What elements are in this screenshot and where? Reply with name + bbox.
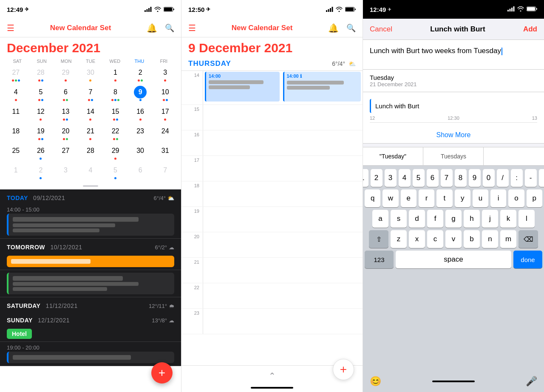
cal-day-3-3[interactable]: 21: [78, 124, 103, 144]
menu-icon-p2[interactable]: ☰: [188, 23, 196, 33]
key-f[interactable]: f: [427, 210, 443, 228]
key-1[interactable]: 1: [363, 169, 368, 187]
delete-key[interactable]: ⌫: [518, 230, 538, 248]
cal-day-4-2[interactable]: 27: [53, 144, 78, 163]
cal-day-2-0[interactable]: 11: [3, 104, 28, 124]
suggestion-item-3[interactable]: [484, 147, 544, 165]
cal-day-0-1[interactable]: 28: [28, 65, 54, 85]
cal-day-4-4[interactable]: 29: [103, 144, 128, 163]
key-l[interactable]: l: [518, 210, 535, 228]
show-more-button[interactable]: Show More: [363, 127, 544, 144]
event-block-1[interactable]: 14:00: [205, 72, 280, 102]
add-event-fab-p2[interactable]: +: [333, 359, 354, 380]
cal-day-4-1[interactable]: 26: [28, 144, 54, 163]
cal-day-4-0[interactable]: 25: [3, 144, 28, 163]
cal-day-4-5[interactable]: 30: [128, 144, 153, 163]
key-c[interactable]: c: [427, 230, 443, 248]
key-j[interactable]: j: [482, 210, 498, 228]
cal-day-0-5[interactable]: 2: [128, 65, 153, 85]
suggestion-item-2[interactable]: Tuesdays: [424, 147, 484, 165]
search-icon-p2[interactable]: 🔍: [346, 23, 356, 33]
key-h[interactable]: h: [464, 210, 480, 228]
shift-key[interactable]: ⇧: [369, 230, 388, 248]
key-e[interactable]: e: [401, 189, 416, 207]
cal-day-3-5[interactable]: 23: [128, 124, 153, 144]
cal-day-0-4[interactable]: 1: [103, 65, 128, 85]
cal-day-4-6[interactable]: 31: [153, 144, 178, 163]
cal-day-5-3[interactable]: 4: [78, 163, 103, 183]
cal-day-2-1[interactable]: 12: [28, 104, 54, 124]
pull-handle[interactable]: [0, 183, 181, 189]
cal-day-1-4[interactable]: 8: [103, 85, 128, 104]
cal-day-5-0[interactable]: 1: [3, 163, 28, 183]
suggestion-item-1[interactable]: "Tuesday": [363, 147, 423, 165]
key-s[interactable]: s: [391, 210, 407, 228]
key-dash[interactable]: -: [525, 169, 537, 187]
key-2[interactable]: 2: [371, 169, 382, 187]
key-i[interactable]: i: [490, 189, 506, 207]
key-o[interactable]: o: [508, 189, 524, 207]
cal-day-5-1[interactable]: 2: [28, 163, 54, 183]
key-m[interactable]: m: [500, 230, 516, 248]
emoji-icon[interactable]: 😊: [370, 376, 381, 387]
add-button[interactable]: Add: [523, 25, 537, 34]
key-3[interactable]: 3: [385, 169, 397, 187]
cal-day-0-2[interactable]: 29: [53, 65, 78, 85]
cal-day-3-6[interactable]: 24: [153, 124, 178, 144]
day-timeline[interactable]: 14 14:00 14:00 ℹ 15: [181, 71, 363, 365]
key-z[interactable]: z: [391, 230, 407, 248]
key-u[interactable]: u: [473, 189, 488, 207]
key-t[interactable]: t: [436, 189, 452, 207]
agenda-event-2[interactable]: [0, 253, 181, 270]
key-n[interactable]: n: [482, 230, 498, 248]
agenda-event-hotel[interactable]: Hotel: [0, 326, 181, 342]
key-p[interactable]: p: [527, 189, 542, 207]
cal-day-2-5[interactable]: 16: [128, 104, 153, 124]
key-w[interactable]: w: [382, 189, 398, 207]
cancel-button[interactable]: Cancel: [370, 25, 392, 34]
key-8[interactable]: 8: [455, 169, 467, 187]
cal-day-3-4[interactable]: 22: [103, 124, 128, 144]
key-5[interactable]: 5: [413, 169, 425, 187]
key-dot[interactable]: .: [539, 169, 544, 187]
bell-icon-p2[interactable]: 🔔: [328, 23, 339, 33]
cal-day-1-3[interactable]: 7: [78, 85, 103, 104]
key-b[interactable]: b: [464, 230, 480, 248]
cal-day-0-3[interactable]: 30: [78, 65, 103, 85]
cal-day-3-0[interactable]: 18: [3, 124, 28, 144]
key-d[interactable]: d: [409, 210, 425, 228]
cal-day-2-6[interactable]: 17: [153, 104, 178, 124]
cal-day-1-1[interactable]: 5: [28, 85, 54, 104]
key-g[interactable]: g: [445, 210, 462, 228]
key-slash[interactable]: /: [497, 169, 509, 187]
event-block-2[interactable]: 14:00 ℹ: [283, 72, 361, 102]
key-y[interactable]: y: [455, 189, 470, 207]
menu-icon-p1[interactable]: ☰: [7, 23, 14, 33]
cal-day-1-5[interactable]: 9: [128, 85, 153, 104]
cal-day-3-1[interactable]: 19: [28, 124, 54, 144]
cal-day-1-2[interactable]: 6: [53, 85, 78, 104]
key-r[interactable]: r: [419, 189, 434, 207]
space-key[interactable]: space: [396, 251, 511, 268]
key-6[interactable]: 6: [427, 169, 439, 187]
add-event-fab-p1[interactable]: +: [151, 362, 173, 384]
key-4[interactable]: 4: [399, 169, 411, 187]
agenda-event-3[interactable]: [0, 270, 181, 297]
chevron-up-icon[interactable]: ⌃: [269, 371, 276, 381]
agenda-event-1[interactable]: 14:00 - 15:00: [0, 204, 181, 239]
cal-day-3-2[interactable]: 20: [53, 124, 78, 144]
cal-day-2-4[interactable]: 15: [103, 104, 128, 124]
cal-day-4-3[interactable]: 28: [78, 144, 103, 163]
done-key[interactable]: done: [513, 251, 542, 268]
key-q[interactable]: q: [365, 189, 380, 207]
cal-day-5-6[interactable]: 7: [153, 163, 178, 183]
key-v[interactable]: v: [445, 230, 462, 248]
cal-day-2-2[interactable]: 13: [53, 104, 78, 124]
key-x[interactable]: x: [409, 230, 425, 248]
event-input-area[interactable]: Lunch with Burt two weeks from Tuesday: [363, 40, 544, 70]
key-k[interactable]: k: [500, 210, 516, 228]
numbers-toggle-key[interactable]: 123: [365, 251, 394, 268]
mic-icon[interactable]: 🎤: [526, 376, 537, 387]
cal-day-0-6[interactable]: 3: [153, 65, 178, 85]
cal-day-1-6[interactable]: 10: [153, 85, 178, 104]
